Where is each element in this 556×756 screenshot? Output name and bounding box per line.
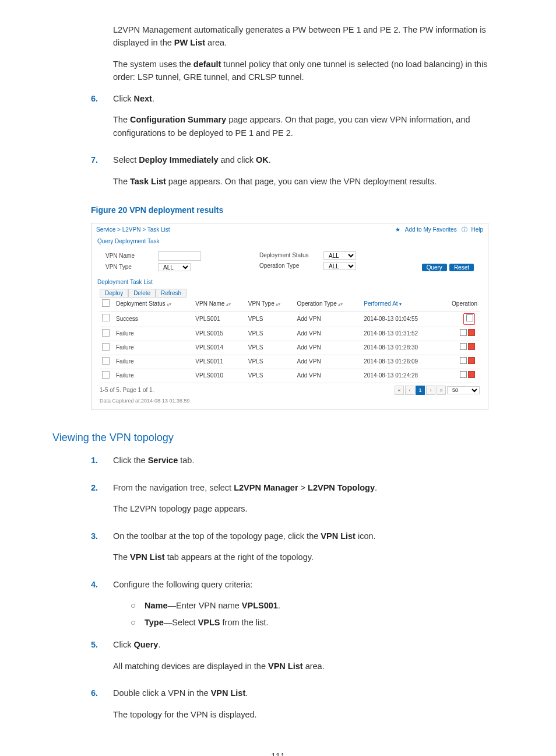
topo-step-4-num: 4.	[91, 578, 113, 632]
topo-step-1: Click the Service tab.	[113, 454, 504, 467]
cell-vpn-type: VPLS	[246, 311, 295, 327]
step-number-7: 7.	[91, 153, 113, 196]
reset-button[interactable]: Reset	[449, 264, 474, 271]
cell-performed-at: 2014-08-13 01:04:55	[361, 311, 439, 327]
th-vpn-name[interactable]: VPN Name	[193, 298, 246, 312]
intro-paragraph-1: L2VPN Management automatically generates…	[113, 23, 504, 50]
table-row: FailureVPLS0010VPLSAdd VPN2014-08-13 01:…	[100, 369, 480, 383]
vpn-name-label: VPN Name	[105, 252, 158, 260]
cell-vpn-type: VPLS	[246, 341, 295, 355]
cell-deployment-status: Failure	[114, 341, 193, 355]
topo-step-6-followup: The topology for the VPN is displayed.	[113, 708, 504, 721]
figure-20-caption: Figure 20 VPN deployment results	[91, 204, 504, 217]
step-7-followup: The Task List page appears. On that page…	[113, 175, 504, 188]
breadcrumb[interactable]: Service > L2VPN > Task List	[96, 226, 170, 234]
operation-error-icon[interactable]	[468, 357, 475, 364]
vpn-name-field[interactable]	[158, 251, 201, 261]
refresh-button[interactable]: Refresh	[156, 289, 186, 298]
operation-icon[interactable]	[460, 357, 467, 364]
deployment-results-ui: Service > L2VPN > Task List ★Add to My F…	[91, 223, 488, 410]
select-all-checkbox[interactable]	[102, 299, 110, 307]
page-size-select[interactable]: 50	[447, 386, 480, 394]
pager-last-icon[interactable]: »	[437, 386, 446, 395]
cell-operation	[439, 341, 480, 355]
intro-paragraph-2: The system uses the default tunnel polic…	[113, 58, 504, 84]
operation-icon[interactable]	[466, 314, 473, 321]
th-deployment-status[interactable]: Deployment Status	[114, 298, 193, 312]
dep-status-label: Deployment Status	[259, 251, 323, 260]
table-row: FailureVPLS0011VPLSAdd VPN2014-08-13 01:…	[100, 355, 480, 369]
criteria-type: ○ Type—Select VPLS from the list.	[131, 616, 504, 629]
row-checkbox[interactable]	[102, 343, 110, 351]
cell-deployment-status: Success	[114, 311, 193, 327]
topo-step-5: Click Query.	[113, 638, 504, 651]
cell-vpn-type: VPLS	[246, 327, 295, 341]
cell-performed-at: 2014-08-13 01:24:28	[361, 369, 439, 383]
row-checkbox[interactable]	[102, 314, 110, 321]
query-section-title: Query Deployment Task	[92, 235, 488, 248]
cell-deployment-status: Failure	[114, 369, 193, 383]
deploy-button[interactable]: Deploy	[100, 289, 128, 298]
help-link[interactable]: ⓘHelp	[462, 226, 483, 233]
step-number-6: 6.	[91, 92, 113, 148]
topo-step-1-num: 1.	[91, 454, 113, 475]
step-6-line: Click Next.	[113, 92, 504, 105]
th-operation-type[interactable]: Operation Type	[295, 298, 362, 312]
dep-status-select[interactable]: ALL	[323, 251, 356, 260]
pager-page-1[interactable]: 1	[416, 386, 425, 395]
op-type-label: Operation Type	[259, 262, 323, 270]
cell-operation	[439, 311, 480, 327]
step-6-followup: The Configuration Summary page appears. …	[113, 113, 504, 139]
cell-performed-at: 2014-08-13 01:31:52	[361, 327, 439, 341]
cell-performed-at: 2014-08-13 01:28:30	[361, 341, 439, 355]
cell-vpn-name: VPLS0011	[193, 355, 246, 369]
cell-operation-type: Add VPN	[295, 327, 362, 341]
cell-deployment-status: Failure	[114, 327, 193, 341]
topo-step-3-num: 3.	[91, 530, 113, 572]
cell-operation	[439, 355, 480, 369]
cell-vpn-type: VPLS	[246, 355, 295, 369]
operation-error-icon[interactable]	[468, 371, 475, 378]
topo-step-4: Configure the following query criteria:	[113, 578, 504, 591]
topo-step-2-followup: The L2VPN topology page appears.	[113, 502, 504, 515]
data-captured-info: Data Captured at:2014-08-13 01:36:59	[92, 396, 488, 406]
vpn-type-select[interactable]: ALL	[158, 263, 191, 271]
add-favorites-link[interactable]: Add to My Favorites	[405, 226, 457, 233]
step-7-line: Select Deploy Immediately and click OK.	[113, 153, 504, 166]
operation-error-icon[interactable]	[468, 329, 475, 336]
op-type-select[interactable]: ALL	[323, 262, 356, 270]
row-checkbox[interactable]	[102, 357, 110, 365]
topo-step-3: On the toolbar at the top of the topolog…	[113, 530, 504, 542]
vpn-type-label: VPN Type	[105, 263, 158, 271]
criteria-name: ○ Name—Enter VPN name VPLS001.	[131, 599, 504, 612]
th-operation: Operation	[439, 298, 480, 312]
delete-button[interactable]: Delete	[128, 289, 156, 298]
topo-step-2: From the navigation tree, select L2VPN M…	[113, 481, 504, 494]
th-vpn-type[interactable]: VPN Type	[246, 298, 295, 312]
favorite-star-icon[interactable]: ★	[395, 226, 400, 233]
row-checkbox[interactable]	[102, 329, 110, 337]
cell-operation-type: Add VPN	[295, 355, 362, 369]
pager-next-icon[interactable]: ›	[426, 386, 435, 395]
operation-error-icon[interactable]	[468, 343, 475, 350]
topo-step-6-num: 6.	[91, 687, 113, 729]
pager-prev-icon[interactable]: ‹	[405, 386, 414, 395]
section-viewing-vpn-topology: Viewing the VPN topology	[52, 430, 504, 446]
query-button[interactable]: Query	[422, 264, 447, 271]
table-row: FailureVPLS0015VPLSAdd VPN2014-08-13 01:…	[100, 327, 480, 341]
cell-performed-at: 2014-08-13 01:26:09	[361, 355, 439, 369]
list-section-title: Deployment Task List	[92, 274, 488, 288]
cell-operation-type: Add VPN	[295, 369, 362, 383]
topo-step-5-num: 5.	[91, 638, 113, 681]
pager-first-icon[interactable]: «	[395, 386, 404, 395]
table-row: FailureVPLS0014VPLSAdd VPN2014-08-13 01:…	[100, 341, 480, 355]
operation-icon[interactable]	[460, 329, 467, 336]
operation-icon[interactable]	[460, 371, 467, 378]
th-performed-at[interactable]: Performed At	[361, 298, 439, 312]
cell-vpn-name: VPLS0015	[193, 327, 246, 341]
topo-step-3-followup: The VPN List tab appears at the right of…	[113, 551, 504, 564]
cell-deployment-status: Failure	[114, 355, 193, 369]
cell-operation	[439, 369, 480, 383]
operation-icon[interactable]	[460, 343, 467, 350]
row-checkbox[interactable]	[102, 371, 110, 379]
